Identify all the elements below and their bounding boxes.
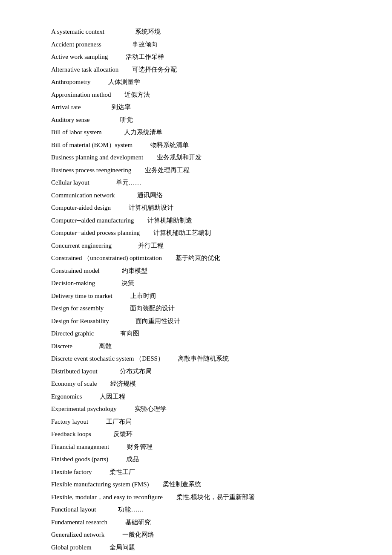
glossary-list: A systematic context系统环境Accident pronene…: [51, 26, 358, 555]
chinese-term: 人力系统清单: [124, 127, 162, 138]
english-term: Computer─aided process planning: [51, 228, 140, 239]
english-term: Decision-making: [51, 278, 95, 289]
english-term: Constrained （unconstrained) optimization: [51, 253, 162, 264]
english-term: Fundamental research: [51, 517, 107, 528]
glossary-row: Alternative task allocation可选择任务分配: [51, 64, 358, 76]
glossary-row: Design for Reusability面向重用性设计: [51, 315, 358, 328]
english-term: Arrival rate: [51, 102, 81, 113]
english-term: Flexible factory: [51, 467, 92, 478]
glossary-row: Cellular layout单元……: [51, 176, 358, 189]
glossary-row: Business planning and development业务规划和开发: [51, 151, 358, 164]
english-term: Computer-aided design: [51, 202, 111, 214]
chinese-term: 上市时间: [130, 291, 156, 302]
glossary-row: Computer─aided manufacturing计算机辅助制造: [51, 214, 358, 227]
chinese-term: 物料系统清单: [150, 140, 189, 151]
chinese-term: 系统环境: [135, 26, 161, 38]
english-term: Design for Reusability: [51, 316, 109, 327]
chinese-term: 可选择任务分配: [132, 64, 177, 75]
chinese-term: 面向重用性设计: [135, 316, 180, 327]
glossary-row: Auditory sense听觉: [51, 114, 358, 127]
chinese-term: 人体测量学: [108, 77, 140, 88]
glossary-row: Financial management财务管理: [51, 441, 358, 454]
english-term: Directed graphic: [51, 328, 94, 339]
glossary-row: Approximation method近似方法: [51, 89, 358, 101]
chinese-term: 活动工作采样: [126, 52, 164, 63]
english-term: Bill of labor system: [51, 127, 102, 138]
english-term: Ergonomics: [51, 391, 82, 402]
english-term: Factory layout: [51, 416, 88, 428]
chinese-term: 工厂布局: [106, 416, 132, 428]
english-term: Concurrent engineering: [51, 240, 112, 251]
glossary-row: Constrained （unconstrained) optimization…: [51, 252, 358, 265]
chinese-term: 业务规划和开发: [157, 152, 202, 163]
glossary-row: Feedback loops反馈环: [51, 428, 358, 441]
chinese-term: 事故倾向: [132, 39, 158, 50]
chinese-term: 约束模型: [122, 266, 147, 277]
english-term: Distributed layout: [51, 366, 98, 377]
chinese-term: 近似方法: [124, 90, 150, 101]
chinese-term: 计算机辅助制造: [147, 215, 192, 226]
glossary-row: Active work sampling活动工作采样: [51, 51, 358, 64]
glossary-row: A systematic context系统环境: [51, 26, 358, 38]
chinese-term: 通讯网络: [137, 190, 163, 201]
english-term: Alternative task allocation: [51, 64, 118, 75]
chinese-term: 经济规模: [110, 379, 136, 390]
english-term: Flexible, modular，and easy to reconfigur…: [51, 492, 163, 503]
english-term: Auditory sense: [51, 115, 89, 126]
chinese-term: 听觉: [120, 115, 133, 126]
chinese-term: 财务管理: [127, 442, 153, 453]
chinese-term: 计算机辅助工艺编制: [153, 228, 211, 239]
english-term: Business process reengineering: [51, 165, 131, 176]
chinese-term: 离散事件随机系统: [178, 353, 229, 364]
glossary-row: Factory layout工厂布局: [51, 416, 358, 428]
english-term: Feedback loops: [51, 429, 91, 440]
chinese-term: 基于约束的优化: [176, 253, 220, 264]
glossary-row: Bill of material (BOM）system物料系统清单: [51, 139, 358, 152]
chinese-term: 柔性,模块化，易于重新部署: [176, 492, 255, 503]
english-term: Experimental psychology: [51, 404, 117, 415]
chinese-term: 一般化网络: [122, 529, 154, 541]
english-term: Delivery time to market: [51, 291, 112, 302]
english-term: Bill of material (BOM）system: [51, 140, 133, 151]
chinese-term: 全局问题: [110, 542, 135, 553]
english-term: Financial management: [51, 442, 109, 453]
chinese-term: 并行工程: [138, 240, 164, 251]
english-term: Generalized network: [51, 529, 104, 541]
glossary-row: Concurrent engineering并行工程: [51, 240, 358, 252]
glossary-row: Global problem全局问题: [51, 541, 358, 554]
glossary-row: Finished goods (parts)成品: [51, 453, 358, 466]
glossary-row: Functional layout功能……: [51, 503, 358, 516]
english-term: Anthropometry: [51, 77, 90, 88]
chinese-term: 面向装配的设计: [130, 303, 175, 314]
glossary-row: Business process reengineering业务处理再工程: [51, 164, 358, 177]
english-term: Design for assembly: [51, 303, 104, 314]
english-term: Constrained model: [51, 266, 100, 277]
glossary-row: Decision-making决策: [51, 277, 358, 290]
english-term: Active work sampling: [51, 52, 108, 63]
chinese-term: 反馈环: [113, 429, 133, 440]
chinese-term: 决策: [121, 278, 134, 289]
chinese-term: 单元……: [116, 177, 141, 188]
glossary-row: Design for assembly面向装配的设计: [51, 302, 358, 315]
glossary-row: Experimental psychology实验心理学: [51, 403, 358, 416]
english-term: Flexible manufacturing system (FMS): [51, 479, 149, 490]
glossary-row: Delivery time to market上市时间: [51, 290, 358, 303]
chinese-term: 业务处理再工程: [145, 165, 190, 176]
chinese-term: 分布式布局: [120, 366, 152, 377]
english-term: Approximation method: [51, 90, 111, 101]
chinese-term: 成品: [126, 454, 139, 465]
glossary-row: Communication network通讯网络: [51, 189, 358, 202]
glossary-row: Constrained model约束模型: [51, 265, 358, 278]
glossary-row: Anthropometry人体测量学: [51, 76, 358, 89]
glossary-row: Generalized network一般化网络: [51, 529, 358, 541]
chinese-term: 功能……: [118, 504, 144, 515]
glossary-row: Flexible manufacturing system (FMS)柔性制造系…: [51, 478, 358, 491]
english-term: Global problem: [51, 542, 92, 553]
glossary-row: Ergonomics人因工程: [51, 390, 358, 403]
english-term: Communication network: [51, 190, 115, 201]
chinese-term: 离散: [99, 341, 112, 352]
english-term: A systematic context: [51, 26, 104, 38]
glossary-row: Computer─aided process planning计算机辅助工艺编制: [51, 227, 358, 240]
chinese-term: 计算机辅助设计: [129, 202, 173, 214]
english-term: Accident proneness: [51, 39, 101, 50]
